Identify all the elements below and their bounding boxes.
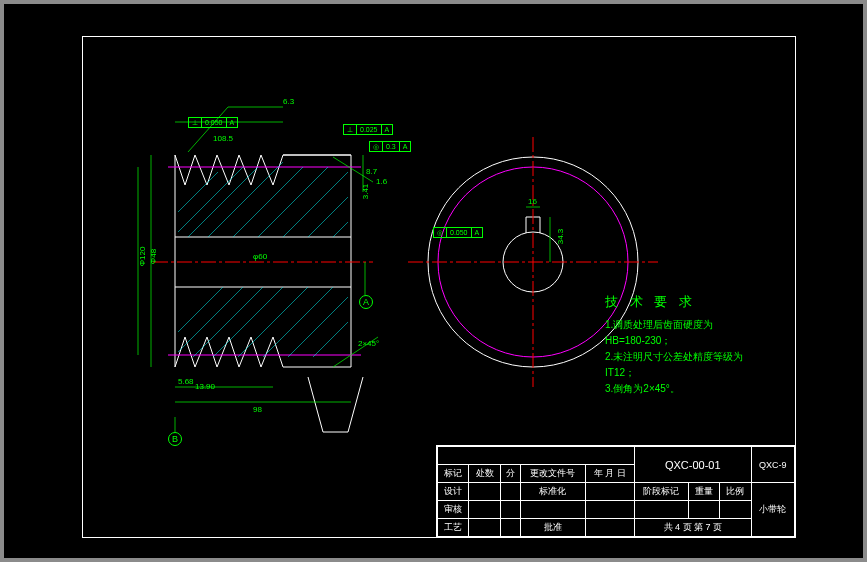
lbl-approve: 批准 (520, 519, 585, 537)
tech-req-line1: 1.调质处理后齿面硬度为 (605, 317, 775, 333)
cad-canvas: ⊥ 0.050 A ⊥ 0.025 A ◎ 0.3 A ◎ 0.050 A 10… (4, 4, 863, 558)
dim-groove-depth: 8.7 (366, 167, 377, 176)
dim-width-top: 108.5 (213, 134, 233, 143)
tol-ref: A (382, 125, 393, 134)
svg-line-22 (263, 287, 333, 357)
dim-pitch-dia: Φ48 (149, 249, 158, 264)
tol-sym: ⊥ (189, 118, 202, 127)
lbl-process: 工艺 (438, 519, 469, 537)
datum-B: B (168, 432, 182, 446)
tolerance-frame-3: ◎ 0.3 A (369, 141, 411, 152)
surf-2: 1.6 (376, 177, 387, 186)
lbl-scale: 比例 (720, 483, 751, 501)
datum-A: A (359, 295, 373, 309)
dim-bore: φ60 (253, 252, 267, 261)
svg-line-11 (208, 162, 283, 237)
dim-key-w: 16 (528, 197, 537, 206)
dim-width-overall: 98 (253, 405, 262, 414)
dim-edge: 5.68 (178, 377, 194, 386)
surf-1: 6.3 (283, 97, 294, 106)
tech-req-line3: 3.倒角为2×45°。 (605, 381, 775, 397)
svg-line-17 (178, 287, 223, 332)
hdr-count: 处数 (469, 465, 500, 483)
lbl-check: 审核 (438, 501, 469, 519)
tech-req-line2b: IT12； (605, 365, 775, 381)
product-code: QXC-9 (751, 447, 794, 483)
svg-line-15 (308, 197, 348, 237)
svg-line-8 (178, 172, 218, 212)
svg-line-13 (258, 167, 328, 237)
svg-line-23 (288, 297, 348, 357)
dim-groove-pitch: 13.90 (195, 382, 215, 391)
svg-line-16 (333, 222, 348, 237)
svg-line-20 (213, 287, 283, 357)
tol-ref: A (472, 228, 483, 237)
dim-outer-dia: Φ120 (138, 247, 147, 267)
title-block: QXC-00-01 QXC-9 标记 处数 分 更改文件号 年 月 日 设计 标… (436, 445, 796, 538)
tol-ref: A (400, 142, 411, 151)
dim-chamfer: 2×45° (358, 339, 379, 348)
tol-val: 0.3 (383, 142, 400, 151)
part-name: 小带轮 (751, 483, 794, 537)
tolerance-frame-2: ⊥ 0.025 A (343, 124, 393, 135)
lbl-standard: 标准化 (520, 483, 585, 501)
svg-line-14 (283, 172, 348, 237)
dim-key-h: 34.3 (556, 229, 565, 245)
tolerance-frame-1: ⊥ 0.050 A (188, 117, 238, 128)
svg-line-21 (238, 287, 308, 357)
lbl-mass: 阶段标记 (634, 483, 688, 501)
dim-small: 3.41 (361, 184, 370, 200)
tol-ref: A (227, 118, 238, 127)
svg-line-31 (188, 107, 228, 152)
tol-sym: ◎ (370, 142, 383, 151)
hdr-date: 年 月 日 (586, 465, 635, 483)
tol-val: 0.025 (357, 125, 382, 134)
lbl-design: 设计 (438, 483, 469, 501)
svg-line-10 (188, 167, 258, 237)
drawing-number: QXC-00-01 (634, 447, 751, 483)
tol-val: 0.050 (447, 228, 472, 237)
hdr-mark: 标记 (438, 465, 469, 483)
lbl-sheet: 共 4 页 第 7 页 (634, 519, 751, 537)
svg-line-24 (313, 322, 348, 357)
svg-line-12 (233, 167, 303, 237)
tech-req-title: 技 术 要 求 (605, 292, 775, 313)
title-block-table: QXC-00-01 QXC-9 标记 处数 分 更改文件号 年 月 日 设计 标… (437, 446, 795, 537)
tech-req-line1b: HB=180-230； (605, 333, 775, 349)
tech-req-line2: 2.未注明尺寸公差处精度等级为 (605, 349, 775, 365)
tol-sym: ◎ (434, 228, 447, 237)
tol-sym: ⊥ (344, 125, 357, 134)
technical-requirements: 技 术 要 求 1.调质处理后齿面硬度为 HB=180-230； 2.未注明尺寸… (605, 292, 775, 397)
tol-val: 0.050 (202, 118, 227, 127)
tolerance-frame-4: ◎ 0.050 A (433, 227, 483, 238)
lbl-weight: 重量 (688, 483, 719, 501)
svg-line-19 (193, 287, 263, 357)
hdr-zone1: 分 (500, 465, 520, 483)
svg-line-18 (178, 287, 243, 352)
hdr-changedoc: 更改文件号 (520, 465, 585, 483)
drawing-frame: ⊥ 0.050 A ⊥ 0.025 A ◎ 0.3 A ◎ 0.050 A 10… (82, 36, 796, 538)
